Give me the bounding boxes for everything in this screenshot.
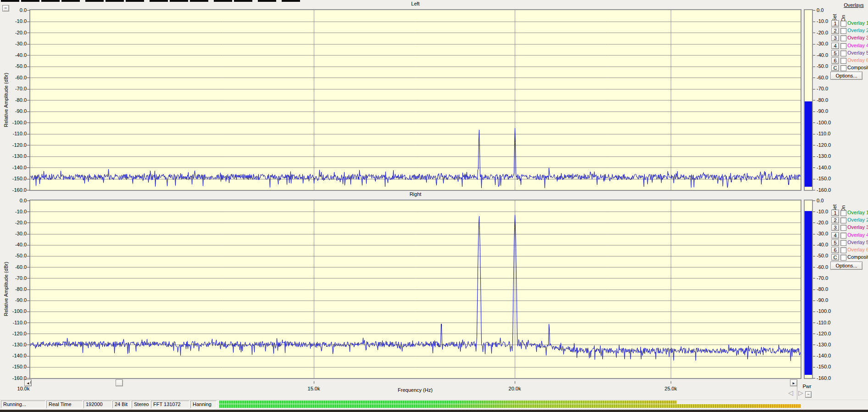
overlay-set-button-4[interactable]: 4	[831, 43, 839, 49]
nav-left-icon[interactable]: ◁	[788, 390, 793, 396]
status-meter-row-1	[219, 401, 677, 404]
y-tick-mark-right-left	[813, 156, 815, 157]
nav-right-icon[interactable]: ▷	[798, 390, 803, 396]
overlay-set-button-6[interactable]: 6	[831, 57, 839, 64]
y-tick-label-right-right: -60.0	[817, 264, 828, 270]
power-meter-fill-left	[805, 101, 812, 187]
y-tick-label-right-left: -160.0	[817, 187, 831, 193]
overlay-label-5: Overlay 5	[847, 239, 868, 245]
overlays-options-button[interactable]: Options...	[830, 262, 862, 270]
overlay-on-checkbox-3[interactable]	[840, 225, 846, 231]
y-tick-mark-right-right	[813, 256, 815, 256]
y-tick-mark-left-right	[27, 301, 30, 301]
overlay-set-button-5[interactable]: 5	[831, 50, 839, 56]
y-tick-label-left-left: -80.0	[6, 97, 27, 103]
overlay-set-button-1[interactable]: 1	[831, 210, 839, 216]
overlay-set-button-C[interactable]: C	[831, 254, 839, 261]
pwr-collapse-button[interactable]: −	[805, 391, 812, 398]
y-tick-label-left-right: -20.0	[6, 220, 27, 225]
y-tick-mark-left-right	[27, 267, 30, 267]
overlay-on-checkbox-1[interactable]	[840, 21, 846, 27]
overlay-on-checkbox-3[interactable]	[840, 35, 846, 41]
y-tick-mark-right-left	[813, 100, 815, 100]
y-tick-mark-right-right	[813, 234, 815, 234]
y-tick-mark-right-left	[813, 10, 815, 11]
y-tick-mark-right-right	[813, 267, 815, 267]
overlay-set-button-C[interactable]: C	[831, 65, 839, 71]
toolbar-button-clipped-1[interactable]	[1, 0, 19, 2]
y-tick-mark-right-right	[813, 200, 815, 201]
y-tick-label-left-left: -40.0	[6, 52, 27, 58]
y-tick-mark-left-right	[27, 323, 30, 323]
overlay-label-C: Composite	[847, 254, 868, 260]
y-tick-label-left-left: -120.0	[6, 142, 27, 148]
y-tick-label-left-left: -60.0	[6, 75, 27, 80]
overlay-on-checkbox-2[interactable]	[840, 217, 846, 223]
y-tick-label-right-right: -120.0	[817, 331, 831, 336]
overlay-on-checkbox-4[interactable]	[840, 43, 846, 49]
y-tick-mark-left-right	[27, 256, 30, 256]
y-tick-mark-left-left	[27, 122, 30, 123]
x-tick-label-25.0k: 25.0k	[660, 386, 682, 391]
overlay-on-checkbox-4[interactable]	[840, 233, 846, 239]
overlay-set-button-3[interactable]: 3	[831, 224, 839, 231]
overlay-set-button-2[interactable]: 2	[831, 217, 839, 223]
y-tick-label-left-left: -100.0	[6, 120, 27, 125]
overlay-set-button-5[interactable]: 5	[831, 239, 839, 246]
y-tick-label-right-left: -150.0	[817, 176, 831, 181]
y-tick-label-right-left: -20.0	[817, 30, 828, 35]
overlay-on-checkbox-5[interactable]	[840, 50, 846, 56]
y-tick-mark-left-left	[27, 44, 30, 45]
overlay-on-checkbox-1[interactable]	[840, 210, 846, 216]
spectrum-plot-right[interactable]	[30, 200, 801, 378]
y-tick-mark-left-left	[27, 89, 30, 89]
y-tick-label-left-left: -70.0	[6, 86, 27, 91]
x-tick-mark-10.0k	[30, 381, 31, 384]
y-tick-label-right-right: -10.0	[817, 209, 828, 214]
y-tick-mark-right-left	[813, 33, 815, 33]
y-tick-label-left-left: -30.0	[6, 41, 27, 46]
y-tick-mark-left-left	[27, 111, 30, 112]
overlay-on-checkbox-C[interactable]	[840, 65, 846, 71]
y-tick-mark-right-left	[813, 22, 815, 22]
spectrum-plot-left[interactable]	[30, 10, 801, 190]
y-tick-mark-right-right	[813, 356, 815, 356]
y-tick-label-right-right: -130.0	[817, 342, 831, 347]
overlay-on-checkbox-C[interactable]	[840, 255, 846, 261]
y-tick-mark-right-left	[813, 67, 815, 67]
status-meter-row-2	[219, 404, 801, 408]
overlay-label-4: Overlay 4	[847, 232, 868, 238]
y-tick-label-left-right: -60.0	[6, 264, 27, 270]
overlay-set-button-4[interactable]: 4	[831, 232, 839, 239]
overlay-on-checkbox-5[interactable]	[840, 240, 846, 246]
overlay-set-button-2[interactable]: 2	[831, 28, 839, 34]
overlay-set-button-3[interactable]: 3	[831, 35, 839, 41]
y-tick-mark-right-right	[813, 212, 815, 212]
y-tick-label-right-right: -100.0	[817, 308, 831, 314]
overlay-on-checkbox-6[interactable]	[840, 58, 846, 64]
y-tick-mark-left-left	[27, 78, 30, 78]
y-tick-label-left-right: 0.0	[6, 198, 27, 203]
overlays-options-button[interactable]: Options...	[830, 72, 862, 80]
overlay-set-button-1[interactable]: 1	[831, 20, 839, 27]
x-tick-label-10.0k: 10.0k	[12, 386, 34, 391]
x-tick-label-15.0k: 15.0k	[303, 386, 325, 391]
y-tick-label-right-right: 0.0	[817, 198, 823, 203]
overlay-set-button-6[interactable]: 6	[831, 247, 839, 253]
overlays-title: Overlays	[841, 2, 867, 8]
overlay-on-checkbox-6[interactable]	[840, 247, 846, 253]
y-tick-mark-right-left	[813, 55, 815, 56]
y-tick-mark-right-right	[813, 312, 815, 312]
overlay-label-6: Overlay 6	[847, 57, 868, 63]
overlay-on-checkbox-2[interactable]	[840, 28, 846, 34]
pwr-label: Pwr	[800, 384, 814, 389]
scrollbar-right-arrow[interactable]: ►	[790, 379, 797, 386]
scrollbar-thumb[interactable]	[116, 379, 123, 386]
y-tick-mark-left-right	[27, 212, 30, 212]
y-tick-mark-left-right	[27, 223, 30, 223]
overlay-label-2: Overlay 2	[847, 217, 868, 223]
y-tick-label-left-left: 0.0	[6, 7, 27, 13]
overlay-label-4: Overlay 4	[847, 43, 868, 48]
y-tick-label-left-right: -100.0	[6, 308, 27, 314]
y-tick-mark-right-right	[813, 223, 815, 223]
